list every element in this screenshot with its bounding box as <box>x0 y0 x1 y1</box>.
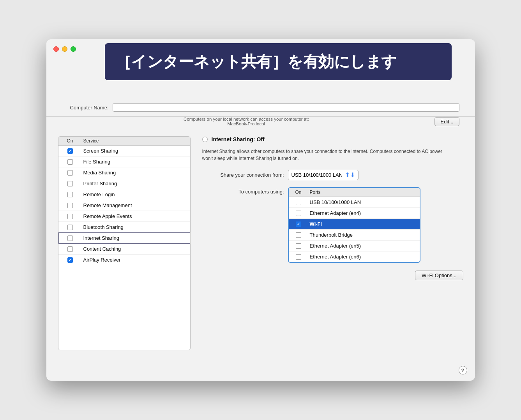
internet-sharing-checkbox[interactable] <box>67 235 73 241</box>
internet-sharing-status: Internet Sharing: Off <box>212 136 265 142</box>
media-sharing-checkbox-cell <box>58 170 82 176</box>
service-row-screen-sharing[interactable]: Screen Sharing <box>58 146 190 156</box>
maximize-button[interactable] <box>71 46 76 52</box>
minimize-button[interactable] <box>62 46 67 52</box>
traffic-lights <box>53 46 76 52</box>
ethernet-en6-checkbox[interactable] <box>296 254 301 260</box>
printer-sharing-checkbox-cell <box>58 181 82 186</box>
service-row-content-caching[interactable]: Content Caching <box>58 244 190 255</box>
port-row-ethernet-en6[interactable]: Ethernet Adapter (en6) <box>289 251 420 262</box>
ports-col-on-header: On <box>289 190 308 195</box>
content-caching-checkbox-cell <box>58 246 82 252</box>
right-panel: Internet Sharing: Off Internet Sharing a… <box>191 136 463 350</box>
ethernet-en5-checkbox-cell <box>289 243 308 249</box>
screen-sharing-label: Screen Sharing <box>82 148 190 154</box>
remote-management-checkbox[interactable] <box>67 203 73 208</box>
wifi-options-button[interactable]: Wi-Fi Options... <box>415 271 463 280</box>
ports-table: On Ports USB 10/100/1000 LAN Etherne <box>288 187 420 263</box>
to-computers-row: To computers using: On Ports USB 10/100/… <box>202 187 463 263</box>
share-from-row: Share your connection from: USB 10/100/1… <box>202 170 463 180</box>
edit-button[interactable]: Edit... <box>434 117 459 126</box>
computer-name-label: Computer Name: <box>62 105 109 111</box>
share-from-label: Share your connection from: <box>202 172 284 178</box>
dropdown-arrow-icon: ⬆⬇ <box>345 171 355 179</box>
file-sharing-label: File Sharing <box>82 159 190 165</box>
airplay-receiver-checkbox-cell <box>58 257 82 263</box>
remote-management-checkbox-cell <box>58 203 82 208</box>
service-row-media-sharing[interactable]: Media Sharing <box>58 167 190 178</box>
ethernet-en4-checkbox[interactable] <box>296 211 301 216</box>
media-sharing-label: Media Sharing <box>82 170 190 176</box>
thunderbolt-label: Thunderbolt Bridge <box>308 232 420 238</box>
bluetooth-sharing-checkbox[interactable] <box>67 225 73 230</box>
service-col-service-header: Service <box>82 138 190 144</box>
hero-banner: ［インターネット共有］を有効にします <box>105 43 452 80</box>
internet-sharing-description: Internet Sharing allows other computers … <box>202 148 444 162</box>
screen-sharing-checkbox[interactable] <box>67 148 73 154</box>
printer-sharing-checkbox[interactable] <box>67 181 73 186</box>
thunderbolt-checkbox-cell <box>289 232 308 238</box>
thunderbolt-checkbox[interactable] <box>296 232 301 238</box>
wifi-options-row: Wi-Fi Options... <box>202 271 463 280</box>
help-button[interactable]: ? <box>459 366 467 374</box>
remote-apple-events-checkbox-cell <box>58 214 82 219</box>
ethernet-en4-label: Ethernet Adapter (en4) <box>308 210 420 216</box>
usb-lan-label: USB 10/100/1000 LAN <box>308 199 420 205</box>
content-caching-checkbox[interactable] <box>67 246 73 252</box>
file-sharing-checkbox[interactable] <box>67 159 73 165</box>
remote-login-label: Remote Login <box>82 192 190 197</box>
computer-name-info-text: Computers on your local network can acce… <box>62 117 431 126</box>
ethernet-en5-label: Ethernet Adapter (en5) <box>308 243 420 249</box>
printer-sharing-label: Printer Sharing <box>82 181 190 186</box>
screen-sharing-checkbox-cell <box>58 148 82 154</box>
wifi-checkbox[interactable] <box>296 221 301 227</box>
port-row-thunderbolt[interactable]: Thunderbolt Bridge <box>289 230 420 241</box>
remote-login-checkbox-cell <box>58 192 82 197</box>
service-col-on-header: On <box>58 138 82 144</box>
service-row-printer-sharing[interactable]: Printer Sharing <box>58 178 190 189</box>
remote-management-label: Remote Management <box>82 202 190 208</box>
content-caching-label: Content Caching <box>82 246 190 252</box>
computer-name-input[interactable] <box>113 103 459 112</box>
ports-col-port-header: Ports <box>308 190 420 195</box>
service-list-panel: On Service Screen Sharing File Sharing <box>58 136 191 350</box>
usb-lan-checkbox[interactable] <box>296 200 301 205</box>
service-row-bluetooth-sharing[interactable]: Bluetooth Sharing <box>58 222 190 233</box>
remote-login-checkbox[interactable] <box>67 192 73 197</box>
port-row-ethernet-en4[interactable]: Ethernet Adapter (en4) <box>289 208 420 219</box>
service-row-remote-management[interactable]: Remote Management <box>58 200 190 211</box>
service-row-airplay-receiver[interactable]: AirPlay Receiver <box>58 255 190 265</box>
port-row-ethernet-en5[interactable]: Ethernet Adapter (en5) <box>289 241 420 251</box>
sharing-window: ［インターネット共有］を有効にします Computer Name: Comput… <box>46 39 475 381</box>
wifi-label: Wi-Fi <box>308 221 420 227</box>
share-from-value: USB 10/100/1000 LAN <box>291 172 343 178</box>
file-sharing-checkbox-cell <box>58 159 82 165</box>
port-row-wifi[interactable]: Wi-Fi <box>289 219 420 230</box>
airplay-receiver-label: AirPlay Receiver <box>82 257 190 263</box>
bluetooth-sharing-checkbox-cell <box>58 225 82 230</box>
service-row-internet-sharing[interactable]: Internet Sharing <box>58 233 190 244</box>
internet-sharing-radio[interactable] <box>202 137 208 142</box>
media-sharing-checkbox[interactable] <box>67 170 73 176</box>
share-from-dropdown[interactable]: USB 10/100/1000 LAN ⬆⬇ <box>288 170 359 180</box>
remote-apple-events-label: Remote Apple Events <box>82 213 190 219</box>
port-row-usb-lan[interactable]: USB 10/100/1000 LAN <box>289 197 420 208</box>
hero-text: ［インターネット共有］を有効にします <box>116 51 441 72</box>
bottom-bar: ? <box>46 362 475 381</box>
main-content: On Service Screen Sharing File Sharing <box>46 128 475 362</box>
close-button[interactable] <box>53 46 59 52</box>
service-row-remote-apple-events[interactable]: Remote Apple Events <box>58 211 190 222</box>
ethernet-en5-checkbox[interactable] <box>296 243 301 249</box>
service-row-file-sharing[interactable]: File Sharing <box>58 156 190 167</box>
service-row-remote-login[interactable]: Remote Login <box>58 189 190 200</box>
ethernet-en4-checkbox-cell <box>289 211 308 216</box>
computer-name-section: Computer Name: <box>46 97 475 117</box>
airplay-receiver-checkbox[interactable] <box>67 257 73 263</box>
wifi-checkbox-cell <box>289 221 308 227</box>
computer-name-info-row: Computers on your local network can acce… <box>46 117 475 126</box>
titlebar: ［インターネット共有］を有効にします <box>46 39 475 94</box>
computer-name-row: Computer Name: <box>62 103 459 112</box>
internet-sharing-checkbox-cell <box>58 235 82 241</box>
to-computers-label: To computers using: <box>202 187 284 195</box>
remote-apple-events-checkbox[interactable] <box>67 214 73 219</box>
